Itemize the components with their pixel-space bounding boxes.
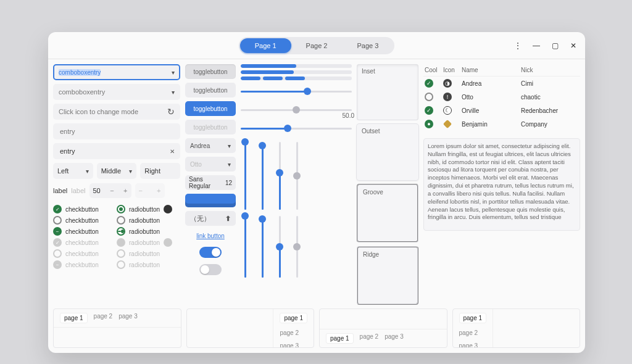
nb-tab-3[interactable]: page 3 [118,313,138,323]
upload-icon[interactable]: ⬆ [225,215,231,223]
comboboxentry-focused[interactable]: comboboxentry ▾ [53,64,180,80]
align-middle[interactable]: Middle▾ [97,163,137,179]
entry-input[interactable] [59,127,175,136]
nb-tab-2[interactable]: page 2 [459,329,487,336]
icon-mode-entry[interactable]: Click icon to change mode ↻ [53,104,180,120]
nb-tab-2[interactable]: page 2 [94,313,113,323]
treeview: Cool Icon Name Nick ✓ ◑ Andrea Cimi ! Ot… [423,64,580,131]
color-button[interactable] [185,194,236,207]
alignment-row: Left▾ Middle▾ Right [53,163,180,179]
close-icon[interactable]: ✕ [568,40,579,51]
nb-tab-1[interactable]: page 1 [60,313,88,323]
nb-tab-3[interactable]: page 3 [459,342,487,348]
check-icon[interactable]: ✓ [425,79,433,88]
togglebutton-suggest[interactable]: togglebutton [185,101,236,116]
list-row[interactable]: ! Otto chaotic [423,90,580,104]
levelbar [241,70,352,74]
link-button[interactable]: link button [185,230,236,242]
tab-page-3[interactable]: Page 3 [342,38,393,53]
nb-tab-2[interactable]: page 2 [280,329,307,336]
forms-column: comboboxentry ▾ comboboxentry ▾ Click ic… [53,64,180,305]
minimize-icon[interactable]: — [531,40,542,51]
kebab-menu-icon[interactable]: ⋮ [512,40,523,51]
combobox-andrea[interactable]: Andrea▾ [185,138,236,153]
textview[interactable]: Lorem ipsum dolor sit amet, consectetur … [423,138,580,231]
nb-tab-3[interactable]: page 3 [385,333,404,344]
vscale-b2[interactable] [258,216,267,278]
comboboxentry[interactable]: comboboxentry ▾ [53,84,180,100]
align-right-label: Right [144,167,160,175]
vscale-b3[interactable] [275,216,284,278]
switch-on[interactable] [199,247,222,258]
vscale-1[interactable] [241,142,249,210]
col-icon[interactable]: Icon [443,67,460,73]
nb-tab-1[interactable]: page 1 [459,313,487,323]
notebook-left-tabs: page 1 page 2 page 3 [452,308,581,348]
row-icon: ◑ [443,79,452,88]
align-right[interactable]: Right [140,163,180,179]
spin-row: label label 50 − + − + [53,183,180,199]
frame-ridge: Ridge [357,246,418,305]
maximize-icon[interactable]: ▢ [549,40,560,51]
vertical-scales-2 [241,216,352,278]
chevron-down-icon[interactable]: ▾ [172,69,175,76]
titlebar: Page 1 Page 2 Page 3 ⋮ — ▢ ✕ [48,32,585,59]
spinbutton[interactable]: 50 − + [89,183,131,198]
switch-off[interactable] [199,264,222,275]
chevron-down-icon[interactable]: ▾ [228,143,231,149]
check-icon[interactable]: ● [425,120,433,128]
toggles-column: togglebutton togglebutton togglebutton t… [185,64,236,305]
radiobutton-unselected[interactable]: radiobutton [117,216,180,225]
combobox-otto-disabled: Otto▾ [185,157,236,172]
progressbar-half: 50% [241,64,352,68]
radiobutton-unselected-disabled: radiobutton [117,249,180,258]
rb-label: radiobutton [129,262,160,268]
tab-page-2[interactable]: Page 2 [291,38,343,53]
scale-horizontal[interactable] [241,84,352,99]
nb-tab-1[interactable]: page 1 [280,313,307,323]
notebook-right-tabs: page 1 page 2 page 3 [186,308,315,348]
entry-empty[interactable] [53,123,180,139]
spin-minus-icon[interactable]: − [110,187,114,194]
align-left[interactable]: Left▾ [53,163,93,179]
chevron-down-icon[interactable]: ▾ [86,168,89,175]
col-nick[interactable]: Nick [521,67,579,73]
tab-page-1[interactable]: Page 1 [240,38,291,53]
chevron-down-icon[interactable]: ▾ [172,89,175,96]
togglebutton[interactable]: togglebutton [185,83,236,97]
row-icon [443,120,452,128]
entry-filled[interactable]: ✕ [53,143,180,159]
col-name[interactable]: Name [462,67,520,73]
spin-plus-icon[interactable]: + [123,187,127,194]
vscale-b1[interactable] [241,216,249,278]
checkbutton-mixed[interactable]: −checkbutton [53,227,117,236]
vscale-2[interactable] [258,142,267,210]
list-row[interactable]: ● Benjamin Company [423,117,580,131]
row-name: Orville [462,107,520,114]
check-icon[interactable]: ✓ [425,106,433,115]
list-row[interactable]: ✓ ☾ Orville Redenbacher [423,104,580,117]
combo-andrea-label: Andrea [190,143,210,149]
check-icon[interactable] [425,93,433,101]
label-sensitive: label [53,187,67,194]
col-cool[interactable]: Cool [425,67,442,73]
clear-icon[interactable]: ✕ [170,148,175,155]
checkbutton-checked[interactable]: ✓checkbutton [53,205,117,213]
nb-tab-3[interactable]: page 3 [280,342,307,348]
vscale-3[interactable] [275,142,284,210]
checkbutton-unchecked[interactable]: checkbutton [53,216,117,225]
file-chooser[interactable]: （无）⬆ [185,211,236,226]
scale-with-value[interactable]: 50.0 [241,121,352,136]
font-button[interactable]: Sans Regular12 [185,175,236,190]
refresh-icon[interactable]: ↻ [167,107,175,117]
entry-input-filled[interactable] [59,147,170,155]
notebook-row: page 1 page 2 page 3 page 1 page 2 page … [48,305,585,353]
list-row[interactable]: ✓ ◑ Andrea Cimi [423,77,580,90]
nb-tab-1[interactable]: page 1 [326,333,354,344]
spin-value: 50 [93,187,101,194]
radiobutton-mixed[interactable]: radiobutton [117,227,180,236]
radiobutton-selected[interactable]: radiobutton [117,205,180,213]
nb-tab-2[interactable]: page 2 [360,333,379,344]
togglebutton-active[interactable]: togglebutton [185,64,236,79]
chevron-down-icon[interactable]: ▾ [129,168,132,175]
